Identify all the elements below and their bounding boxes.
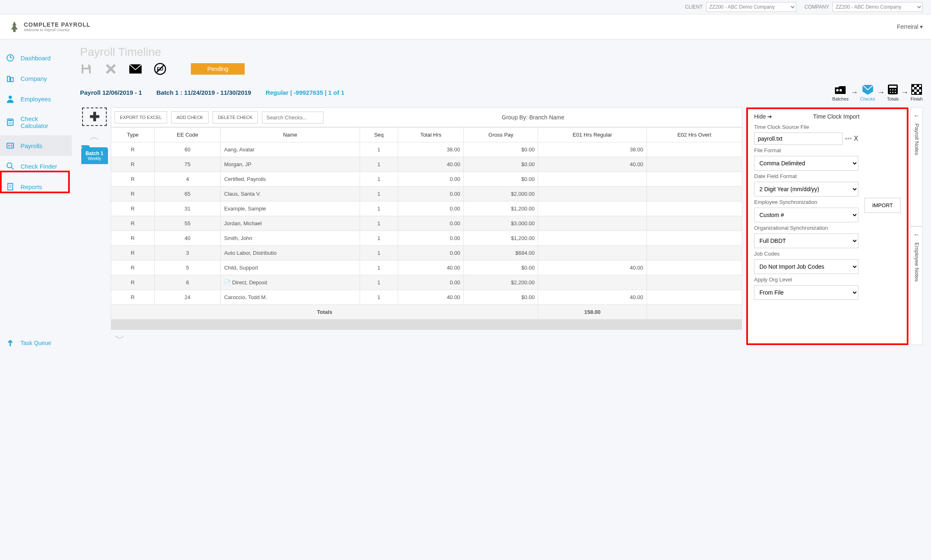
org-sync-select[interactable]: Full DBDT	[754, 233, 858, 248]
sidebar-item-check-calculator[interactable]: Check Calculator	[0, 109, 72, 135]
user-menu[interactable]: Ferreiral ▾	[897, 23, 923, 30]
flow-step-checks[interactable]: Checks	[860, 83, 875, 101]
column-header[interactable]: Name	[220, 128, 360, 142]
file-format-select[interactable]: Comma Delimited	[754, 156, 858, 171]
table-row[interactable]: R75Morgan, JP140.00$0.0040.00	[111, 157, 742, 172]
export-button[interactable]: EXPORT TO EXCEL	[115, 111, 167, 123]
column-header[interactable]: Total Hrs	[398, 128, 464, 142]
column-header[interactable]: Seq	[360, 128, 398, 142]
payroll-notes-rail[interactable]: ←Payroll Notes	[910, 107, 923, 226]
column-header[interactable]: EE Code	[154, 128, 220, 142]
svg-rect-16	[83, 64, 88, 68]
calculator-icon	[6, 118, 14, 126]
column-header[interactable]: Gross Pay	[463, 128, 538, 142]
table-cell: R	[111, 216, 155, 231]
table-cell	[538, 231, 647, 246]
sidebar-item-payrolls[interactable]: Payrolls	[0, 135, 72, 156]
svg-point-3	[9, 96, 12, 99]
table-cell: $0.00	[463, 290, 538, 305]
table-cell: Example, Sample	[220, 201, 360, 216]
sidebar-item-check-finder[interactable]: Check Finder	[0, 156, 72, 176]
employee-notes-rail[interactable]: ←Employee Notes	[910, 226, 923, 345]
table-cell	[538, 187, 647, 201]
column-header[interactable]: Type	[111, 128, 155, 142]
close-icon[interactable]	[105, 63, 117, 75]
column-header[interactable]: E02 Hrs Overt	[647, 128, 742, 142]
table-row[interactable]: R55Jordan, Michael10.00$3,000.00	[111, 216, 742, 231]
svg-point-9	[9, 123, 9, 124]
table-cell: 75	[154, 157, 220, 172]
sidebar-item-dashboard[interactable]: Dashboard	[0, 48, 72, 68]
table-row[interactable]: R4Certified, Payrolls10.00$0.00	[111, 172, 742, 187]
add-check-button[interactable]: ADD CHECK	[171, 111, 209, 123]
table-cell: 55	[154, 216, 220, 231]
table-cell: Auto Labor, Distributio	[220, 246, 360, 261]
table-cell: 1	[360, 246, 398, 261]
table-cell: Aang, Avatar	[220, 142, 360, 157]
table-cell: Claus, Santa V.	[220, 187, 360, 201]
svg-rect-2	[11, 78, 13, 82]
flow-step-totals[interactable]: Totals	[887, 83, 899, 101]
svg-rect-38	[914, 92, 917, 94]
sidebar-item-employees[interactable]: Employees	[0, 89, 72, 109]
table-cell: 24	[154, 290, 220, 305]
table-row[interactable]: R60Aang, Avatar138.00$0.0038.00	[111, 142, 742, 157]
table-row[interactable]: R31Example, Sample10.00$1,200.00	[111, 201, 742, 216]
source-file-input[interactable]	[754, 133, 843, 145]
svg-rect-5	[8, 120, 12, 121]
svg-rect-1	[7, 76, 10, 82]
table-row[interactable]: R6📄 Direct, Deposit10.00$2,200.00	[111, 275, 742, 290]
table-row[interactable]: R3Auto Labor, Distributio10.00$684.00	[111, 246, 742, 261]
sidebar-item-label: Check Calculator	[21, 115, 66, 129]
table-cell: 4	[154, 172, 220, 187]
svg-point-29	[892, 92, 894, 93]
table-cell: $2,200.00	[463, 275, 538, 290]
employees-icon	[6, 95, 14, 103]
table-cell: $0.00	[463, 142, 538, 157]
table-cell: 0.00	[398, 201, 464, 216]
main: Payroll Timeline ED Pending Payroll 12/0…	[72, 39, 931, 353]
delete-check-button[interactable]: DELETE CHECK	[213, 111, 258, 123]
job-codes-select[interactable]: Do Not Import Job Codes	[754, 259, 858, 274]
svg-rect-36	[912, 89, 914, 92]
emp-sync-select[interactable]: Custom #	[754, 208, 858, 222]
table-row[interactable]: R5Child, Support140.00$0.0040.00	[111, 261, 742, 275]
search-input[interactable]	[262, 112, 323, 123]
sidebar-item-reports[interactable]: Reports	[0, 176, 72, 197]
import-button[interactable]: IMPORT	[864, 198, 901, 213]
batch-tab[interactable]: Batch 1 Weekly	[81, 147, 108, 164]
browse-icon[interactable]: •••	[845, 135, 852, 142]
table-row[interactable]: R24Caroccio, Todd M.140.00$0.0040.00	[111, 290, 742, 305]
flow-step-batches[interactable]: Batches	[832, 83, 849, 101]
arrow-left-icon: ←	[913, 231, 920, 238]
flow-step-finish[interactable]: Finish	[910, 83, 923, 101]
client-select[interactable]: ZZ200 - ABC Demo Company	[706, 2, 796, 12]
chevron-up-icon[interactable]: ︿	[89, 130, 99, 143]
clear-icon[interactable]: X	[854, 135, 858, 142]
toolbar: ED Pending	[80, 63, 923, 75]
table-cell: Certified, Payrolls	[220, 172, 360, 187]
hide-link[interactable]: Hide ➔	[754, 113, 772, 120]
table-row[interactable]: R65Claus, Santa V.10.00$2,000.00	[111, 187, 742, 201]
company-select[interactable]: ZZ200 - ABC Demo Company	[832, 2, 923, 12]
task-queue[interactable]: Task Queue	[0, 333, 57, 353]
table-row[interactable]: R40Smith, John10.00$1,200.00	[111, 231, 742, 246]
table-toolbar: EXPORT TO EXCEL ADD CHECK DELETE CHECK G…	[111, 107, 742, 127]
apply-org-select[interactable]: From File	[754, 285, 858, 300]
save-icon[interactable]	[80, 63, 92, 75]
table-cell	[647, 246, 742, 261]
add-batch-button[interactable]: ✚	[82, 107, 107, 126]
table-cell: 0.00	[398, 216, 464, 231]
date-format-select[interactable]: 2 Digit Year (mm/dd/yy)	[754, 182, 858, 197]
table-cell: 40.00	[398, 261, 464, 275]
email-icon[interactable]	[129, 63, 142, 75]
svg-point-30	[895, 92, 896, 93]
sidebar-item-company[interactable]: Company	[0, 68, 72, 89]
ed-icon[interactable]: ED	[154, 63, 166, 75]
chevron-down-icon[interactable]: ﹀	[115, 332, 125, 345]
column-header[interactable]: E01 Hrs Regular	[538, 128, 647, 142]
table-cell: R	[111, 142, 155, 157]
batch-tab-name: Batch 1	[83, 151, 106, 156]
table-cell: 0.00	[398, 246, 464, 261]
table-cell: 📄 Direct, Deposit	[220, 275, 360, 290]
